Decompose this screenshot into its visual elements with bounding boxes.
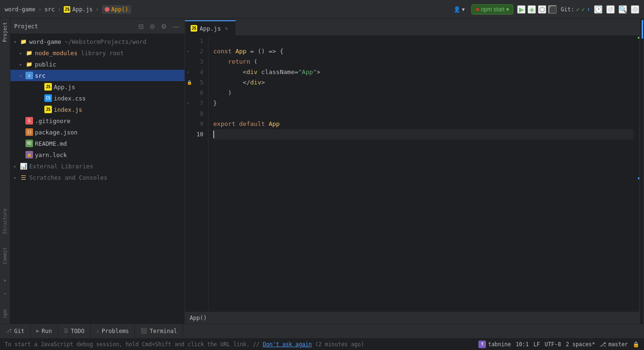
code-token [213,57,228,67]
collapse-all-button[interactable]: ⊟ [137,22,145,31]
profile-button[interactable]: 👤 ▾ [451,5,468,14]
code-token: App [268,119,279,129]
code-token: ( [250,57,258,67]
text-cursor [213,131,214,138]
yarn-lock-icon: 🔒 [25,151,33,158]
user-settings-icon[interactable]: ⚙ [631,5,639,14]
commit-tab[interactable]: Commit [1,245,9,266]
breadcrumb-file: JS App.js [64,6,92,13]
git-tab[interactable]: ⎇ Git [0,324,31,338]
git-branch[interactable]: ⎇ master [600,341,628,348]
tree-item-app-js[interactable]: JS App.js [10,81,184,92]
clock-icon[interactable]: 🕐 [594,5,602,14]
fold-7-icon: ▾ [187,101,189,106]
index-js-label: index.js [54,106,82,113]
npm-tab[interactable]: npm [1,308,9,320]
tree-item-index-css[interactable]: CS index.css [10,92,184,104]
editor-content: 1 ▾ 2 3 ▾ 4 🔒 5 6 ▾ 7 8 [185,36,639,311]
tree-item-public[interactable]: 📁 public [10,58,184,70]
line-ending[interactable]: LF [534,341,540,348]
breadcrumb-src: src [44,6,55,13]
readme-label: README.md [35,140,67,147]
problems-tab[interactable]: ⚠ Problems [91,324,135,338]
favorites-icon[interactable]: ⋯ [2,289,8,298]
tree-item-scratches[interactable]: ☰ Scratches and Consoles [10,172,184,183]
npm-run-button[interactable]: ■ npm start ▾ [471,4,513,15]
code-token: div [246,67,257,77]
external-libs-icon: 📊 [20,162,27,170]
run-tab[interactable]: ▶ Run [31,324,58,338]
readme-arrow-icon [18,141,24,146]
stop-button[interactable]: ⬛ [548,5,557,14]
app-js-tab[interactable]: JS App.js ✕ [185,20,236,35]
scroll-from-source-button[interactable]: ⊜ [148,22,157,31]
tree-item-package-json[interactable]: {} package.json [10,126,184,138]
gitignore-icon: G [25,117,33,125]
line-9: 9 [185,119,208,129]
src-folder-icon: s [25,72,33,79]
code-line-2: const App = () => { [213,46,634,57]
index-css-icon: CS [44,94,52,102]
index-js-icon: JS [44,106,52,113]
run-button[interactable]: ▶ [517,5,526,14]
main-area: Project Structure Commit ★ ⋯ npm Project… [0,19,644,324]
cursor-position[interactable]: 10:1 [516,341,529,348]
root-arrow-icon [12,39,18,44]
tab-close-button[interactable]: ✕ [223,25,230,32]
bookmark-icon[interactable]: ★ [2,275,8,284]
terminal-tab[interactable]: ⬛ Terminal [135,324,183,338]
right-scrollbar[interactable] [639,19,644,324]
tree-item-gitignore[interactable]: G .gitignore [10,115,184,126]
indent-setting[interactable]: 2 spaces* [566,341,595,348]
code-token: const [213,46,235,57]
dont-ask-link[interactable]: Don't ask again [263,341,312,348]
root-folder-icon: 📁 [20,38,27,45]
todo-tab[interactable]: ☰ TODO [58,324,91,338]
npm-dropdown-icon: ▾ [506,6,509,13]
line-10: 10 [185,129,208,140]
code-editor[interactable]: const App = () => { return ( <div classN… [209,36,634,311]
code-line-8 [213,108,634,119]
todo-tab-label: TODO [71,328,84,334]
search-icon[interactable]: 🔍 [619,5,627,14]
tree-item-yarn-lock[interactable]: 🔒 yarn.lock [10,149,184,160]
tree-item-node-modules[interactable]: 📁 node_modules library root [10,47,184,58]
code-token: "App" [298,67,317,77]
tree-item-external-libs[interactable]: 📊 External Libraries [10,160,184,172]
scratches-arrow-icon [12,175,18,180]
src-arrow-icon [18,73,24,78]
editor-bottom-breadcrumb: App() [185,311,639,324]
tree-root[interactable]: 📁 word-game ~/WebstormProjects/word [10,36,184,47]
minimize-panel-button[interactable]: — [171,22,181,31]
tree-item-index-js[interactable]: JS index.js [10,104,184,115]
tree-item-src[interactable]: s src [10,70,184,81]
coverage-button[interactable]: ◈ [527,5,536,14]
code-line-10 [213,129,634,140]
encoding[interactable]: UTF-8 [545,341,561,348]
code-line-6: ) [213,88,634,98]
project-tab[interactable]: Project [1,19,9,45]
gear-button[interactable]: ⚙ [159,22,168,31]
git-check2-icon: ✓ [582,6,585,13]
history-icon[interactable]: ↺ [606,5,615,14]
package-json-label: package.json [35,129,77,136]
debug-button[interactable]: ⬡ [538,5,546,14]
git-push-icon: ↑ [587,6,590,13]
structure-tab[interactable]: Structure [1,207,9,236]
status-bar-left: To start a JavaScript debug session, hol… [5,341,471,348]
yarn-lock-arrow-icon [18,152,24,158]
index-css-arrow-icon [37,95,42,101]
line-8: 8 [185,108,208,119]
left-strip: Project Structure Commit ★ ⋯ npm [0,19,10,324]
node-modules-label: node_modules library root [35,50,124,57]
project-panel: Project ⊟ ⊜ ⚙ — 📁 word-game ~/WebstormPr… [10,19,185,324]
status-bar: To start a JavaScript debug session, hol… [0,338,644,350]
editor-right-markers [634,36,639,311]
bottom-toolbar: ⎇ Git ▶ Run ☰ TODO ⚠ Problems ⬛ Terminal [0,324,644,338]
tree-item-readme[interactable]: MD README.md [10,138,184,149]
tabnine-badge: t tabnine [478,341,510,348]
lock-icon: 🔒 [633,341,639,348]
code-token: export [213,119,239,129]
line-2: ▾ 2 [185,46,208,57]
code-token: default [239,119,269,129]
